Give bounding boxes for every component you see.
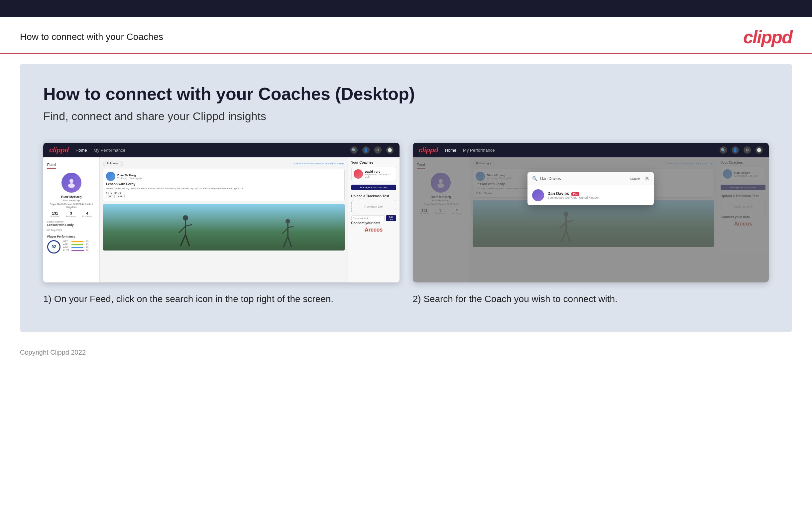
- trackman-input-row-1: Add Link: [351, 215, 396, 221]
- caption-1-num: 1): [43, 294, 51, 304]
- app-nav-1: clippd Home My Performance 🔍 👤 ⚙ ⚪: [43, 143, 399, 157]
- svg-line-11: [288, 226, 293, 228]
- app-body-1: Feed Blair McHarg Plus Handicap Royal No…: [43, 157, 399, 283]
- caption-1: 1) On your Feed, click on the search ico…: [43, 292, 399, 305]
- caption-1-text: On your Feed, click on the search icon i…: [54, 294, 333, 304]
- settings-icon-nav[interactable]: ⚙: [374, 146, 382, 154]
- putt-label: PUTT: [63, 249, 70, 252]
- app-logo-1: clippd: [49, 146, 69, 154]
- your-coaches-title-1: Your Coaches: [351, 161, 396, 164]
- toggle-app-1[interactable]: APP: [116, 195, 125, 198]
- screenshot-2: clippd Home My Performance 🔍 👤 ⚙ ⚪ Feed: [413, 143, 769, 283]
- caption-2: 2) Search for the Coach you wish to conn…: [413, 292, 769, 305]
- svg-point-8: [286, 219, 290, 223]
- search-result-item[interactable]: Dan Davies Pro Sunningdale Golf Club, Un…: [527, 185, 654, 205]
- coach-card-name-1: David Ford: [365, 170, 394, 173]
- toggle-btns-1: OTT APP: [106, 195, 342, 198]
- main-content: How to connect with your Coaches (Deskto…: [20, 64, 792, 332]
- duration-1: 01 hr : 30 min: [106, 192, 342, 195]
- manage-coaches-btn-1[interactable]: Manage Your Coaches: [351, 185, 396, 190]
- result-badge: Pro: [571, 192, 579, 196]
- user-icon-nav-2[interactable]: 👤: [731, 146, 739, 154]
- upload-title-1: Upload a Trackman Test: [351, 194, 396, 198]
- left-panel-1: Feed Blair McHarg Plus Handicap Royal No…: [43, 157, 100, 283]
- search-input-display: Dan Davies: [540, 176, 627, 181]
- stat-activities-label-1: Activities: [51, 215, 60, 218]
- following-row-1: Following Control who can see your activ…: [103, 161, 345, 166]
- stat-following-label-1: Following: [83, 215, 92, 218]
- nav-icons-1: 🔍 👤 ⚙ ⚪: [350, 146, 393, 154]
- svg-line-13: [288, 236, 291, 247]
- avatar-icon-nav-2[interactable]: ⚪: [756, 146, 763, 154]
- lesson-image-1: [103, 204, 345, 251]
- player-perf-1: Player Performance 92 OTT90 APP85 ARG86 …: [47, 235, 95, 254]
- center-panel-1: Following Control who can see your activ…: [100, 157, 348, 283]
- search-header: 🔍 Dan Davies CLEAR ✕: [527, 172, 654, 185]
- coach-sub-1: Yesterday · Sunningdale: [117, 177, 143, 179]
- caption-2-num: 2): [413, 294, 421, 304]
- app-logo-2: clippd: [419, 146, 438, 154]
- header-title: How to connect with your Coaches: [20, 32, 163, 42]
- coach-avatar-1: [106, 172, 115, 181]
- footer: Copyright Clippd 2022: [0, 342, 812, 363]
- add-link-btn-1[interactable]: Add Link: [386, 215, 396, 221]
- screenshot-1: clippd Home My Performance 🔍 👤 ⚙ ⚪ Feed: [43, 143, 399, 283]
- arg-label: ARG: [63, 246, 70, 249]
- result-name: Dan Davies Pro: [547, 191, 600, 196]
- caption-2-text: Search for the Coach you wish to connect…: [423, 294, 618, 304]
- coach-card-avatar-1: [354, 169, 363, 179]
- profile-handicap-1: Plus Handicap: [47, 199, 95, 202]
- settings-icon-nav-2[interactable]: ⚙: [744, 146, 751, 154]
- score-circle-1: 92: [47, 240, 60, 254]
- result-location: Sunningdale Golf Club, United Kingdom: [547, 196, 600, 199]
- clippd-logo: clippd: [743, 27, 792, 47]
- feed-tab-1[interactable]: Feed: [47, 163, 56, 169]
- search-box: 🔍 Dan Davies CLEAR ✕ Dan Davies Pro: [527, 172, 654, 205]
- lesson-desc-1: Looking to feel like my hands are exitin…: [106, 187, 342, 190]
- toggle-ott-1[interactable]: OTT: [106, 195, 115, 198]
- main-subtitle: Find, connect and share your Clippd insi…: [43, 110, 769, 123]
- profile-name-1: Blair McHarg: [47, 195, 95, 199]
- search-clear-btn[interactable]: CLEAR: [630, 177, 640, 180]
- stat-followers-1: 3: [66, 211, 76, 215]
- search-close-btn[interactable]: ✕: [645, 175, 649, 182]
- stat-followers-label-1: Followers: [66, 215, 76, 218]
- nav-myperformance-1: My Performance: [94, 148, 125, 153]
- trackman-box-1: Trackman Link: [351, 200, 396, 213]
- screenshot-block-1: clippd Home My Performance 🔍 👤 ⚙ ⚪ Feed: [43, 143, 399, 305]
- screenshots-row: clippd Home My Performance 🔍 👤 ⚙ ⚪ Feed: [43, 143, 769, 305]
- app-nav-2: clippd Home My Performance 🔍 👤 ⚙ ⚪: [413, 143, 769, 157]
- perf-bars-1: OTT90 APP85 ARG86 PUTT96: [63, 240, 88, 252]
- search-icon-sm: 🔍: [532, 176, 537, 181]
- app-body-2: Feed Blair McHarg Plus Handicap Royal No…: [413, 157, 769, 283]
- result-avatar: [532, 189, 544, 201]
- stats-row-1: 131 Activities 3 Followers 4 Following: [47, 211, 95, 218]
- lesson-card-1: Blair McHarg Yesterday · Sunningdale Les…: [103, 169, 345, 201]
- latest-activity-title-1: Lesson with Fordy: [47, 223, 95, 226]
- following-btn-1[interactable]: Following: [103, 161, 123, 166]
- nav-home-1: Home: [76, 148, 87, 153]
- stat-activities-1: 131: [51, 211, 60, 215]
- coach-card-1: David Ford Royal North Devon Golf Club: [351, 167, 396, 181]
- header: How to connect with your Coaches clippd: [0, 17, 812, 54]
- nav-myperformance-2: My Performance: [463, 148, 494, 153]
- trackman-input-field-1[interactable]: [351, 215, 385, 221]
- nav-home-2: Home: [445, 148, 457, 153]
- search-icon-nav[interactable]: 🔍: [350, 146, 357, 154]
- coach-card-sub-1: Royal North Devon Golf Club: [365, 173, 394, 178]
- ott-label: OTT: [63, 240, 70, 243]
- control-link-1[interactable]: Control who can see your activity and da…: [294, 162, 345, 165]
- svg-point-0: [69, 179, 74, 183]
- svg-line-7: [186, 235, 189, 246]
- search-icon-nav-2[interactable]: 🔍: [720, 146, 727, 154]
- svg-point-2: [183, 215, 188, 220]
- svg-line-5: [186, 224, 192, 226]
- user-icon-nav[interactable]: 👤: [362, 146, 370, 154]
- avatar-icon-nav[interactable]: ⚪: [386, 146, 393, 154]
- arccos-logo-1: Arccos: [351, 227, 396, 233]
- svg-line-12: [284, 236, 288, 247]
- lesson-title-1: Lesson with Fordy: [106, 182, 342, 186]
- svg-line-10: [282, 228, 288, 234]
- stat-following-1: 4: [83, 211, 92, 215]
- coach-info-row-1: Blair McHarg Yesterday · Sunningdale: [106, 172, 342, 181]
